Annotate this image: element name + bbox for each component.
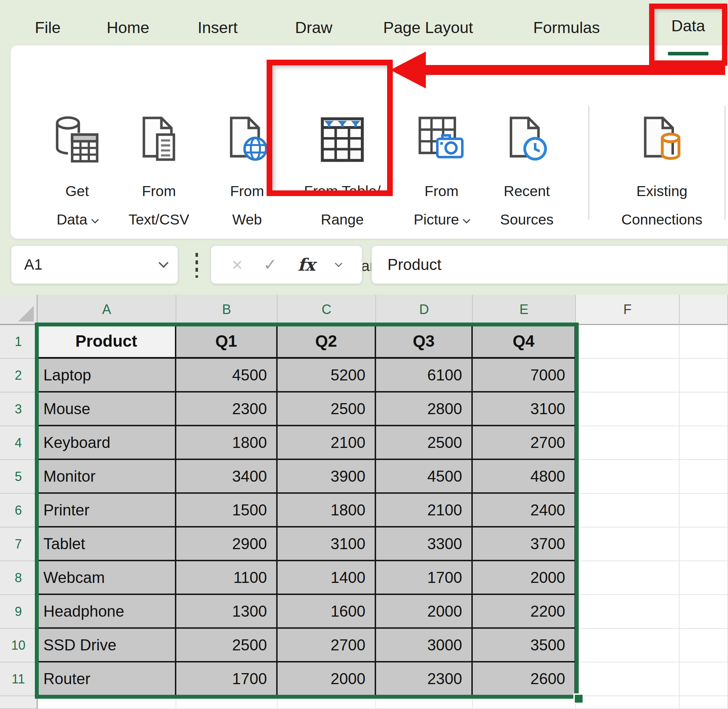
cell-partial-7[interactable] xyxy=(680,528,728,561)
enter-button[interactable]: ✓ xyxy=(263,255,277,274)
fx-chevron-down-icon[interactable] xyxy=(335,259,342,267)
cell-A3[interactable]: Mouse xyxy=(38,392,176,426)
cell-row12-5[interactable] xyxy=(576,696,680,709)
cell-A1[interactable]: Product xyxy=(38,325,176,359)
cell-C5[interactable]: 3900 xyxy=(278,460,376,494)
cell-D1[interactable]: Q3 xyxy=(376,325,473,359)
column-header-E[interactable]: E xyxy=(473,295,576,325)
column-header-B[interactable]: B xyxy=(176,295,278,325)
select-all-corner[interactable] xyxy=(0,295,38,325)
cell-row12-0[interactable] xyxy=(38,696,176,709)
cell-B7[interactable]: 2900 xyxy=(176,528,278,561)
cell-F5[interactable] xyxy=(576,460,680,494)
cell-E4[interactable]: 2700 xyxy=(473,426,576,460)
cell-D9[interactable]: 2000 xyxy=(376,595,473,629)
tab-draw[interactable]: Draw xyxy=(295,19,332,37)
cell-C10[interactable]: 2700 xyxy=(278,629,376,662)
cell-E6[interactable]: 2400 xyxy=(473,494,576,528)
column-header-A[interactable]: A xyxy=(38,295,176,325)
cell-A11[interactable]: Router xyxy=(38,662,176,696)
cell-D4[interactable]: 2500 xyxy=(376,426,473,460)
cell-C3[interactable]: 2500 xyxy=(278,392,376,426)
cell-B6[interactable]: 1500 xyxy=(176,494,278,528)
ribbon-button-recent-sources[interactable]: RecentSources xyxy=(466,102,587,234)
tab-insert[interactable]: Insert xyxy=(197,19,238,37)
formula-input[interactable]: Product xyxy=(371,245,728,284)
cell-partial-6[interactable] xyxy=(680,494,728,528)
cell-C1[interactable]: Q2 xyxy=(278,325,376,359)
cell-E9[interactable]: 2200 xyxy=(473,595,576,629)
cell-D2[interactable]: 6100 xyxy=(376,359,473,392)
cell-B10[interactable]: 2500 xyxy=(176,629,278,662)
cell-D5[interactable]: 4500 xyxy=(376,460,473,494)
cell-E1[interactable]: Q4 xyxy=(473,325,576,359)
row-header-2[interactable]: 2 xyxy=(0,359,38,392)
cell-F4[interactable] xyxy=(576,426,680,460)
cell-A7[interactable]: Tablet xyxy=(38,528,176,561)
cell-row12-2[interactable] xyxy=(278,696,376,709)
dropdown-chevron-icon[interactable] xyxy=(91,216,99,223)
cell-partial-10[interactable] xyxy=(680,629,728,662)
row-header-10[interactable]: 10 xyxy=(0,629,38,662)
cell-F8[interactable] xyxy=(576,561,680,595)
cell-A9[interactable]: Headphone xyxy=(38,595,176,629)
cell-F3[interactable] xyxy=(576,392,680,426)
cell-E11[interactable]: 2600 xyxy=(473,662,576,696)
cell-F9[interactable] xyxy=(576,595,680,629)
row-header-7[interactable]: 7 xyxy=(0,528,38,561)
cell-partial-9[interactable] xyxy=(680,595,728,629)
cell-F10[interactable] xyxy=(576,629,680,662)
cell-D3[interactable]: 2800 xyxy=(376,392,473,426)
cell-D11[interactable]: 2300 xyxy=(376,662,473,696)
cell-partial-1[interactable] xyxy=(680,325,728,359)
ribbon-button-existing-connections[interactable]: ExistingConnections xyxy=(601,102,722,234)
cell-D6[interactable]: 2100 xyxy=(376,494,473,528)
insert-function-button[interactable]: fx xyxy=(298,255,315,274)
cell-B2[interactable]: 4500 xyxy=(176,359,278,392)
cell-C6[interactable]: 1800 xyxy=(278,494,376,528)
cell-C7[interactable]: 3100 xyxy=(278,528,376,561)
tab-home[interactable]: Home xyxy=(107,19,149,37)
cell-partial-11[interactable] xyxy=(680,662,728,696)
cell-F1[interactable] xyxy=(576,325,680,359)
cell-B11[interactable]: 1700 xyxy=(176,662,278,696)
column-header-C[interactable]: C xyxy=(278,295,376,325)
row-header-3[interactable]: 3 xyxy=(0,392,38,426)
cell-E2[interactable]: 7000 xyxy=(473,359,576,392)
cell-partial-5[interactable] xyxy=(680,460,728,494)
cell-D10[interactable]: 3000 xyxy=(376,629,473,662)
cell-row12-1[interactable] xyxy=(176,696,278,709)
row-header-9[interactable]: 9 xyxy=(0,595,38,629)
tab-page-layout[interactable]: Page Layout xyxy=(383,19,473,37)
row-header-12[interactable] xyxy=(0,696,38,709)
cell-A5[interactable]: Monitor xyxy=(38,460,176,494)
row-header-4[interactable]: 4 xyxy=(0,426,38,460)
cell-row12-3[interactable] xyxy=(376,696,473,709)
column-header-partial[interactable] xyxy=(680,295,728,325)
cell-B4[interactable]: 1800 xyxy=(176,426,278,460)
formula-bar-drag-handle[interactable] xyxy=(196,253,198,278)
cell-B1[interactable]: Q1 xyxy=(176,325,278,359)
column-header-F[interactable]: F xyxy=(576,295,680,325)
cell-F11[interactable] xyxy=(576,662,680,696)
cell-C2[interactable]: 5200 xyxy=(278,359,376,392)
cell-F7[interactable] xyxy=(576,528,680,561)
name-box-chevron-down-icon[interactable] xyxy=(159,258,168,268)
cell-D7[interactable]: 3300 xyxy=(376,528,473,561)
cell-E3[interactable]: 3100 xyxy=(473,392,576,426)
tab-data[interactable]: Data xyxy=(655,17,722,35)
cell-partial-4[interactable] xyxy=(680,426,728,460)
tab-formulas[interactable]: Formulas xyxy=(533,19,600,37)
cell-B9[interactable]: 1300 xyxy=(176,595,278,629)
cell-B8[interactable]: 1100 xyxy=(176,561,278,595)
cell-E7[interactable]: 3700 xyxy=(473,528,576,561)
fill-handle[interactable] xyxy=(573,693,584,704)
cell-C11[interactable]: 2000 xyxy=(278,662,376,696)
cell-E8[interactable]: 2000 xyxy=(473,561,576,595)
cell-C4[interactable]: 2100 xyxy=(278,426,376,460)
cell-partial-3[interactable] xyxy=(680,392,728,426)
cell-A4[interactable]: Keyboard xyxy=(38,426,176,460)
cell-E5[interactable]: 4800 xyxy=(473,460,576,494)
row-header-11[interactable]: 11 xyxy=(0,662,38,696)
cell-row12-4[interactable] xyxy=(473,696,576,709)
